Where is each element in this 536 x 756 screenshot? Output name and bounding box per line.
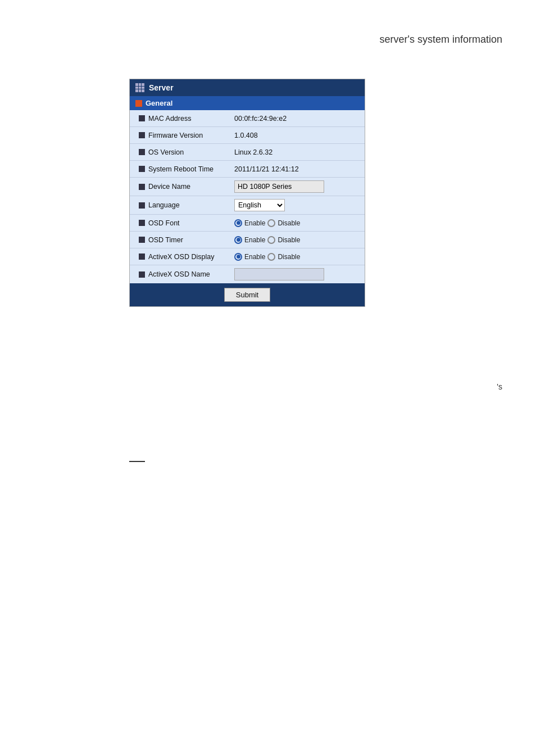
row-reboot-time: System Reboot Time 2011/11/21 12:41:12 [130, 161, 365, 178]
decorative-dash [129, 461, 145, 462]
label-text-activex-display: ActiveX OSD Display [148, 253, 214, 261]
row-activex-osd-name: ActiveX OSD Name [130, 265, 365, 283]
row-os-version: OS Version Linux 2.6.32 [130, 144, 365, 161]
label-text-osd-font: OSD Font [148, 219, 180, 227]
row-firmware-version: Firmware Version 1.0.408 [130, 127, 365, 144]
panel-header: Server [130, 79, 365, 96]
row-osd-timer: OSD Timer Enable Disable [130, 232, 365, 248]
general-section-icon [135, 100, 142, 107]
row-icon-device [139, 184, 145, 190]
value-activex-osd-display: Enable Disable [234, 253, 359, 261]
row-device-name: Device Name [130, 178, 365, 196]
row-icon-activex-display [139, 253, 145, 260]
row-icon-activex-name [139, 271, 145, 278]
value-firmware-version: 1.0.408 [234, 132, 359, 139]
label-activex-osd-name: ActiveX OSD Name [139, 270, 234, 278]
apostrophe-s-text: 's [497, 382, 502, 391]
osd-font-disable-label: Disable [278, 219, 300, 227]
row-activex-osd-display: ActiveX OSD Display Enable Disable [130, 248, 365, 265]
label-osd-timer: OSD Timer [139, 236, 234, 244]
label-text-device: Device Name [148, 183, 190, 191]
label-language: Language [139, 201, 234, 209]
row-language: Language English Chinese Japanese [130, 196, 365, 215]
row-icon-mac [139, 115, 145, 121]
label-text-firmware: Firmware Version [148, 132, 203, 139]
osd-font-disable-radio[interactable] [267, 219, 275, 227]
label-os-version: OS Version [139, 148, 234, 156]
label-text-activex-name: ActiveX OSD Name [148, 270, 210, 278]
section-header: General [130, 96, 365, 110]
row-icon-firmware [139, 132, 145, 138]
osd-font-enable-radio[interactable] [234, 219, 242, 227]
value-osd-font: Enable Disable [234, 219, 359, 227]
server-panel: Server General MAC Address 00:0f:fc:24:9… [129, 79, 365, 307]
server-icon [135, 83, 144, 92]
row-icon-osd-font [139, 220, 145, 226]
row-icon-language [139, 202, 145, 209]
value-os-version: Linux 2.6.32 [234, 148, 359, 156]
label-firmware-version: Firmware Version [139, 132, 234, 139]
value-activex-osd-name [234, 268, 359, 280]
label-text-language: Language [148, 201, 180, 209]
label-text-osd-timer: OSD Timer [148, 236, 183, 244]
label-mac-address: MAC Address [139, 115, 234, 123]
osd-timer-enable-radio[interactable] [234, 236, 242, 244]
osd-font-enable-label: Enable [244, 219, 265, 227]
row-icon-os [139, 149, 145, 155]
label-text-os: OS Version [148, 148, 184, 156]
label-activex-osd-display: ActiveX OSD Display [139, 253, 234, 261]
value-device-name [234, 180, 359, 193]
activex-display-enable-radio[interactable] [234, 253, 242, 261]
language-select[interactable]: English Chinese Japanese [234, 199, 285, 211]
page-title: server's system information [380, 34, 503, 46]
row-mac-address: MAC Address 00:0f:fc:24:9e:e2 [130, 110, 365, 127]
value-reboot-time: 2011/11/21 12:41:12 [234, 165, 359, 173]
osd-timer-disable-radio[interactable] [267, 236, 275, 244]
osd-timer-disable-label: Disable [278, 236, 300, 244]
activex-osd-name-input[interactable] [234, 268, 324, 280]
section-label: General [146, 99, 172, 107]
row-icon-reboot [139, 166, 145, 172]
label-text-reboot: System Reboot Time [148, 165, 214, 173]
label-device-name: Device Name [139, 183, 234, 191]
activex-display-enable-label: Enable [244, 253, 265, 261]
row-icon-osd-timer [139, 237, 145, 243]
submit-button[interactable]: Submit [224, 288, 270, 302]
submit-row: Submit [130, 283, 365, 306]
rows-container: MAC Address 00:0f:fc:24:9e:e2 Firmware V… [130, 110, 365, 283]
label-text-mac: MAC Address [148, 115, 191, 123]
value-language: English Chinese Japanese [234, 199, 359, 211]
row-osd-font: OSD Font Enable Disable [130, 215, 365, 232]
activex-display-disable-radio[interactable] [267, 253, 275, 261]
activex-display-disable-label: Disable [278, 253, 300, 261]
value-osd-timer: Enable Disable [234, 236, 359, 244]
label-reboot-time: System Reboot Time [139, 165, 234, 173]
value-mac-address: 00:0f:fc:24:9e:e2 [234, 115, 359, 123]
label-osd-font: OSD Font [139, 219, 234, 227]
device-name-input[interactable] [234, 180, 324, 193]
panel-header-label: Server [149, 83, 174, 92]
osd-timer-enable-label: Enable [244, 236, 265, 244]
